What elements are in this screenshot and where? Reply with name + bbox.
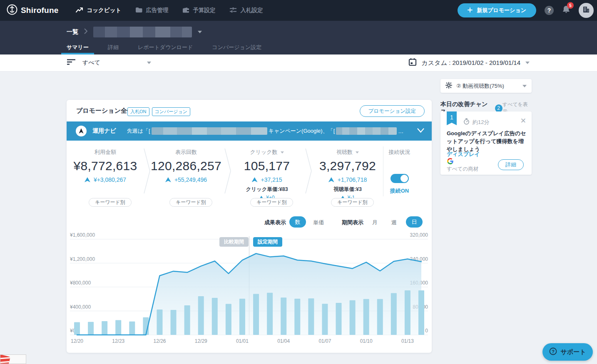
promotion-title: プロモーション全体 <box>76 107 133 115</box>
svg-text:12/20: 12/20 <box>71 338 83 344</box>
close-icon[interactable]: ✕ <box>520 117 526 124</box>
metric-spend: 利用金額 ¥8,772,613 ¥+3,080,267 <box>66 141 145 183</box>
filter-bar: すべて カスタム : 2019/01/02 - 2019/01/14 <box>0 54 597 72</box>
svg-text:12/26: 12/26 <box>153 338 166 344</box>
up-arrow-icon <box>328 177 334 182</box>
svg-text:01/04: 01/04 <box>277 338 290 344</box>
date-range-value: カスタム : 2019/01/02 - 2019/01/14 <box>422 59 520 67</box>
caret-down-icon <box>281 151 284 154</box>
operation-navi-title: 運用ナビ <box>92 127 116 135</box>
result-display-label: 成果表示 <box>264 219 286 226</box>
set-period-badge: 設定期間 <box>253 237 282 247</box>
stopwatch-icon <box>463 118 470 126</box>
shirofune-logo[interactable]: Shirofune <box>0 4 58 17</box>
detail-button[interactable]: 詳細 <box>498 159 524 170</box>
toggle-knob <box>400 175 408 182</box>
new-promotion-button[interactable]: 新規プロモーション <box>458 3 536 17</box>
navbar-right: 新規プロモーション ? 5 <box>458 3 597 18</box>
caret-down-icon[interactable] <box>198 31 202 33</box>
metric-sub-label: クリック単価:¥83 <box>227 186 306 193</box>
chart-canvas: ¥00¥400,00080,000¥800,000160,000¥1,200,0… <box>67 232 432 353</box>
redacted-campaign-name <box>336 127 397 135</box>
redacted-campaign-name <box>152 127 267 135</box>
tab-detail[interactable]: 詳細 <box>108 40 119 54</box>
connection-toggle[interactable] <box>391 174 409 183</box>
metric-separator-chevron <box>305 148 312 196</box>
promotion-settings-button[interactable]: プロモーション設定 <box>360 105 425 117</box>
nav-label: 広告管理 <box>146 7 168 14</box>
account-avatar[interactable] <box>579 3 594 18</box>
up-arrow-icon <box>252 177 258 182</box>
metric-value: 120,286,257 <box>147 159 226 173</box>
svg-text:12/23: 12/23 <box>112 338 124 344</box>
up-arrow-icon <box>165 177 171 182</box>
bell-icon <box>562 8 570 15</box>
metric-label: 表示回数 <box>147 149 226 156</box>
svg-text:0: 0 <box>425 328 428 334</box>
support-button[interactable]: ? サポート <box>542 343 593 361</box>
nav-item-bid-settings[interactable]: 入札設定 <box>229 7 263 14</box>
redacted-promotion-name[interactable] <box>93 27 192 37</box>
chance-title: Googleのディスプレイ広告のセットアップを行って獲得数を増やしましょう <box>447 130 527 154</box>
metric-impressions: 表示回数 120,286,257 +55,249,496 <box>147 141 226 183</box>
promotion-badges: 入札ON コンバージョン <box>127 107 190 116</box>
question-circle-icon: ? <box>549 347 557 357</box>
shirofune-logo-icon <box>7 4 17 17</box>
keyword-breakdown-button[interactable]: キーワード別 <box>89 198 132 207</box>
help-icon[interactable]: ? <box>545 6 554 15</box>
nav-item-ad-management[interactable]: 広告管理 <box>135 7 168 14</box>
filter-selector[interactable]: すべて <box>67 59 151 67</box>
metric-value: ¥8,772,613 <box>66 159 145 173</box>
banner-text-prefix: 先週は「[ <box>127 127 150 135</box>
date-range-picker[interactable]: カスタム : 2019/01/02 - 2019/01/14 <box>408 58 530 68</box>
tab-row: サマリー 詳細 レポートダウンロード コンバージョン設定 <box>67 40 261 54</box>
metric-change: ¥+3,080,267 <box>66 176 145 183</box>
caret-down-icon <box>522 85 527 87</box>
result-unit-price-option[interactable]: 単価 <box>313 219 324 226</box>
period-week-option[interactable]: 週 <box>391 219 397 226</box>
svg-text:¥800,000: ¥800,000 <box>70 280 91 286</box>
svg-text:01/13: 01/13 <box>401 338 414 344</box>
display-tag-link[interactable]: ディスプレイ <box>447 151 480 158</box>
notifications-button[interactable]: 5 <box>562 5 570 16</box>
banner-text-suffix: … <box>398 128 403 134</box>
nav-item-cockpit[interactable]: コックピット <box>76 7 121 14</box>
result-count-pill[interactable]: 数 <box>289 216 306 228</box>
metric-label-dropdown[interactable]: クリック数 <box>227 149 306 156</box>
conversion-badge: コンバージョン <box>152 107 191 116</box>
rank-ribbon: 1 <box>447 111 457 125</box>
notification-badge: 5 <box>567 2 574 9</box>
breadcrumb-root-link[interactable]: 一覧 <box>67 28 78 36</box>
top-navbar: Shirofune コックピット 広告管理 予算設定 入札設定 <box>0 0 597 21</box>
caret-down-icon <box>525 62 530 64</box>
plus-icon <box>468 7 473 14</box>
chart-metric-selector[interactable]: ② 動画視聴数(75%) <box>440 79 532 93</box>
breadcrumb: 一覧 <box>67 27 202 37</box>
metric-separator-chevron <box>224 148 231 196</box>
period-day-pill[interactable]: 日 <box>406 216 423 228</box>
svg-text:12/29: 12/29 <box>195 338 207 344</box>
selected-chart-metric: ② 動画視聴数(75%) <box>456 82 518 90</box>
page: Shirofune コックピット 広告管理 予算設定 入札設定 <box>0 0 597 364</box>
logo-text: Shirofune <box>21 6 58 15</box>
keyword-breakdown-button[interactable]: キーワード別 <box>169 198 212 207</box>
operation-navi-banner[interactable]: 運用ナビ 先週は「[ キャンペーン(Google)、「[ … <box>67 121 432 141</box>
nav-item-budget-settings[interactable]: 予算設定 <box>182 7 215 14</box>
keyword-breakdown-button[interactable]: キーワード別 <box>331 198 374 207</box>
metric-change: +37,215 <box>227 176 306 183</box>
tab-conversion-settings[interactable]: コンバージョン設定 <box>212 40 261 54</box>
period-month-option[interactable]: 月 <box>372 219 378 226</box>
nav-label: コックピット <box>87 7 121 14</box>
banner-text-middle: キャンペーン(Google)、「[ <box>269 127 335 135</box>
tab-report-download[interactable]: レポートダウンロード <box>138 40 193 54</box>
chances-count-badge: 2 <box>495 104 502 112</box>
keyword-breakdown-button[interactable]: キーワード別 <box>250 198 293 207</box>
comparison-period-badge: 比較期間 <box>219 237 249 247</box>
navigation-icon <box>76 126 87 136</box>
corner-image-artifact <box>0 354 26 364</box>
chevron-down-icon[interactable] <box>417 127 424 135</box>
tab-summary[interactable]: サマリー <box>67 40 89 54</box>
chart-controls: 成果表示 数 単価 期間表示 月 週 日 <box>67 216 432 228</box>
nav-label: 予算設定 <box>193 7 215 14</box>
caret-down-icon <box>147 62 151 64</box>
